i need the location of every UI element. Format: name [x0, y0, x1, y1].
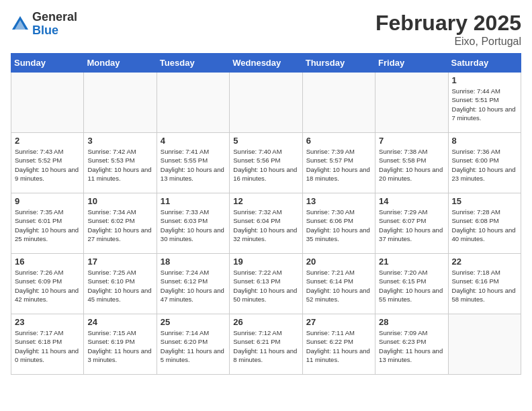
day-info: Sunrise: 7:41 AM Sunset: 5:55 PM Dayligh… — [161, 147, 226, 183]
day-number: 14 — [379, 196, 444, 206]
calendar-cell: 24Sunrise: 7:15 AM Sunset: 6:19 PM Dayli… — [84, 314, 157, 375]
calendar-cell — [84, 73, 157, 133]
calendar-cell: 16Sunrise: 7:26 AM Sunset: 6:09 PM Dayli… — [11, 254, 84, 314]
calendar-cell — [448, 314, 521, 375]
day-info: Sunrise: 7:11 AM Sunset: 6:22 PM Dayligh… — [306, 328, 371, 364]
day-number: 2 — [15, 136, 80, 146]
calendar-cell: 1Sunrise: 7:44 AM Sunset: 5:51 PM Daylig… — [448, 73, 521, 133]
day-number: 18 — [161, 257, 226, 267]
day-info: Sunrise: 7:09 AM Sunset: 6:23 PM Dayligh… — [379, 328, 444, 364]
header-thursday: Thursday — [302, 54, 375, 73]
day-info: Sunrise: 7:32 AM Sunset: 6:04 PM Dayligh… — [233, 208, 298, 243]
month-title: February 2025 — [375, 11, 521, 36]
title-area: February 2025 Eixo, Portugal — [375, 11, 521, 48]
day-number: 3 — [87, 136, 152, 146]
calendar-cell: 25Sunrise: 7:14 AM Sunset: 6:20 PM Dayli… — [157, 314, 229, 375]
day-info: Sunrise: 7:35 AM Sunset: 6:01 PM Dayligh… — [15, 208, 80, 243]
calendar-cell — [302, 73, 375, 133]
calendar-cell — [11, 73, 84, 133]
logo-general-label: General — [32, 11, 77, 24]
day-info: Sunrise: 7:18 AM Sunset: 6:16 PM Dayligh… — [452, 268, 517, 304]
header-friday: Friday — [375, 54, 448, 73]
calendar-cell: 23Sunrise: 7:17 AM Sunset: 6:18 PM Dayli… — [11, 314, 84, 375]
header-wednesday: Wednesday — [230, 54, 302, 73]
day-info: Sunrise: 7:36 AM Sunset: 6:00 PM Dayligh… — [452, 147, 517, 183]
calendar-cell: 26Sunrise: 7:12 AM Sunset: 6:21 PM Dayli… — [230, 314, 302, 375]
calendar-week-row: 16Sunrise: 7:26 AM Sunset: 6:09 PM Dayli… — [11, 254, 521, 314]
header-sunday: Sunday — [11, 54, 84, 73]
calendar-cell: 8Sunrise: 7:36 AM Sunset: 6:00 PM Daylig… — [448, 133, 521, 193]
day-info: Sunrise: 7:28 AM Sunset: 6:08 PM Dayligh… — [452, 208, 517, 243]
day-info: Sunrise: 7:42 AM Sunset: 5:53 PM Dayligh… — [87, 147, 152, 183]
calendar-week-row: 1Sunrise: 7:44 AM Sunset: 5:51 PM Daylig… — [11, 73, 521, 133]
header-saturday: Saturday — [448, 54, 521, 73]
header-tuesday: Tuesday — [157, 54, 229, 73]
logo-text: General Blue — [32, 11, 77, 38]
day-number: 24 — [87, 317, 152, 327]
calendar-cell: 12Sunrise: 7:32 AM Sunset: 6:04 PM Dayli… — [230, 193, 302, 254]
calendar-cell: 19Sunrise: 7:22 AM Sunset: 6:13 PM Dayli… — [230, 254, 302, 314]
calendar-cell — [375, 73, 448, 133]
day-info: Sunrise: 7:25 AM Sunset: 6:10 PM Dayligh… — [87, 268, 152, 304]
day-number: 22 — [452, 257, 517, 267]
calendar-cell: 5Sunrise: 7:40 AM Sunset: 5:56 PM Daylig… — [230, 133, 302, 193]
day-number: 7 — [379, 136, 444, 146]
calendar-cell: 14Sunrise: 7:29 AM Sunset: 6:07 PM Dayli… — [375, 193, 448, 254]
header-monday: Monday — [84, 54, 157, 73]
day-info: Sunrise: 7:21 AM Sunset: 6:14 PM Dayligh… — [306, 268, 371, 304]
calendar-cell: 4Sunrise: 7:41 AM Sunset: 5:55 PM Daylig… — [157, 133, 229, 193]
logo: General Blue — [11, 11, 77, 38]
day-number: 11 — [161, 196, 226, 206]
day-number: 9 — [15, 196, 80, 206]
location-label: Eixo, Portugal — [375, 36, 521, 48]
day-number: 28 — [379, 317, 444, 327]
day-number: 10 — [87, 196, 152, 206]
calendar-cell: 18Sunrise: 7:24 AM Sunset: 6:12 PM Dayli… — [157, 254, 229, 314]
calendar-cell: 15Sunrise: 7:28 AM Sunset: 6:08 PM Dayli… — [448, 193, 521, 254]
day-info: Sunrise: 7:14 AM Sunset: 6:20 PM Dayligh… — [161, 328, 226, 364]
calendar-cell: 27Sunrise: 7:11 AM Sunset: 6:22 PM Dayli… — [302, 314, 375, 375]
day-info: Sunrise: 7:30 AM Sunset: 6:06 PM Dayligh… — [306, 208, 371, 243]
calendar-week-row: 23Sunrise: 7:17 AM Sunset: 6:18 PM Dayli… — [11, 314, 521, 375]
day-info: Sunrise: 7:40 AM Sunset: 5:56 PM Dayligh… — [233, 147, 298, 183]
day-info: Sunrise: 7:15 AM Sunset: 6:19 PM Dayligh… — [87, 328, 152, 364]
calendar-cell: 10Sunrise: 7:34 AM Sunset: 6:02 PM Dayli… — [84, 193, 157, 254]
day-info: Sunrise: 7:17 AM Sunset: 6:18 PM Dayligh… — [15, 328, 80, 364]
day-number: 1 — [452, 75, 517, 85]
day-number: 20 — [306, 257, 371, 267]
calendar-cell: 6Sunrise: 7:39 AM Sunset: 5:57 PM Daylig… — [302, 133, 375, 193]
day-number: 15 — [452, 196, 517, 206]
calendar-header-row: SundayMondayTuesdayWednesdayThursdayFrid… — [11, 54, 521, 73]
day-number: 21 — [379, 257, 444, 267]
calendar-cell: 7Sunrise: 7:38 AM Sunset: 5:58 PM Daylig… — [375, 133, 448, 193]
day-number: 16 — [15, 257, 80, 267]
day-number: 19 — [233, 257, 298, 267]
calendar-cell: 9Sunrise: 7:35 AM Sunset: 6:01 PM Daylig… — [11, 193, 84, 254]
calendar-cell: 21Sunrise: 7:20 AM Sunset: 6:15 PM Dayli… — [375, 254, 448, 314]
day-number: 8 — [452, 136, 517, 146]
day-info: Sunrise: 7:29 AM Sunset: 6:07 PM Dayligh… — [379, 208, 444, 243]
calendar-cell: 11Sunrise: 7:33 AM Sunset: 6:03 PM Dayli… — [157, 193, 229, 254]
logo-blue-label: Blue — [32, 24, 77, 38]
calendar-table: SundayMondayTuesdayWednesdayThursdayFrid… — [11, 53, 521, 375]
calendar-cell: 17Sunrise: 7:25 AM Sunset: 6:10 PM Dayli… — [84, 254, 157, 314]
day-info: Sunrise: 7:34 AM Sunset: 6:02 PM Dayligh… — [87, 208, 152, 243]
day-number: 4 — [161, 136, 226, 146]
calendar-week-row: 9Sunrise: 7:35 AM Sunset: 6:01 PM Daylig… — [11, 193, 521, 254]
day-info: Sunrise: 7:44 AM Sunset: 5:51 PM Dayligh… — [452, 87, 517, 122]
day-number: 26 — [233, 317, 298, 327]
day-number: 13 — [306, 196, 371, 206]
day-number: 17 — [87, 257, 152, 267]
day-info: Sunrise: 7:26 AM Sunset: 6:09 PM Dayligh… — [15, 268, 80, 304]
day-info: Sunrise: 7:39 AM Sunset: 5:57 PM Dayligh… — [306, 147, 371, 183]
day-number: 5 — [233, 136, 298, 146]
calendar-cell: 20Sunrise: 7:21 AM Sunset: 6:14 PM Dayli… — [302, 254, 375, 314]
day-number: 12 — [233, 196, 298, 206]
calendar-cell — [230, 73, 302, 133]
day-info: Sunrise: 7:38 AM Sunset: 5:58 PM Dayligh… — [379, 147, 444, 183]
day-info: Sunrise: 7:20 AM Sunset: 6:15 PM Dayligh… — [379, 268, 444, 304]
day-number: 27 — [306, 317, 371, 327]
calendar-cell: 22Sunrise: 7:18 AM Sunset: 6:16 PM Dayli… — [448, 254, 521, 314]
calendar-week-row: 2Sunrise: 7:43 AM Sunset: 5:52 PM Daylig… — [11, 133, 521, 193]
calendar-cell — [157, 73, 229, 133]
